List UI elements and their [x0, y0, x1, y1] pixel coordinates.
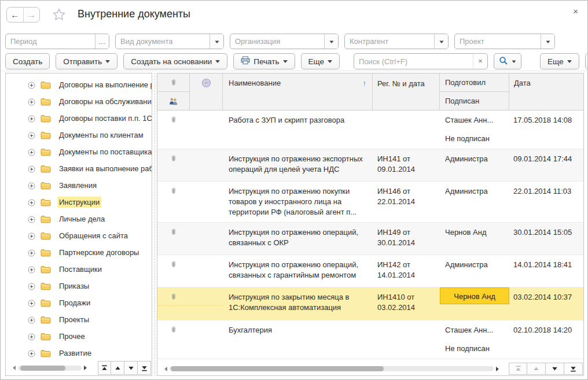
forward-icon[interactable]: →: [23, 8, 40, 22]
scroll-left-icon[interactable]: [162, 367, 167, 371]
table-row[interactable]: Бухгалтерия Сташек Анн... Не подписан 02…: [157, 320, 583, 359]
scroll-to-top-button[interactable]: [98, 361, 111, 375]
dropdown-button[interactable]: [210, 34, 223, 49]
tree-item[interactable]: Договоры поставки п.п. 1С: [6, 110, 152, 127]
row-reg-cell: ИН149 от 30.01.2014: [373, 223, 440, 254]
tree-item[interactable]: Продажи: [6, 294, 152, 311]
expand-plus-icon[interactable]: [28, 299, 35, 307]
row-name-cell: Работа с ЗУП и скрипт разговора: [223, 110, 373, 149]
grid-scroll-track[interactable]: [170, 366, 494, 371]
expand-plus-icon[interactable]: [28, 148, 35, 156]
header-reg-column[interactable]: Рег. № и дата: [373, 73, 440, 110]
clear-search-icon[interactable]: ×: [473, 54, 487, 68]
help-button[interactable]: ?: [585, 53, 588, 69]
folder-icon: [41, 115, 51, 123]
close-icon[interactable]: ×: [573, 6, 578, 17]
tree-item[interactable]: Приказы: [6, 278, 152, 294]
scroll-down-button[interactable]: [546, 363, 564, 375]
grid-h-scrollbar[interactable]: [162, 362, 501, 375]
header-reg-label: Рег. № и дата: [377, 79, 425, 88]
paperclip-icon: [170, 154, 178, 163]
expand-plus-icon[interactable]: [28, 265, 35, 273]
expand-plus-icon[interactable]: [28, 333, 35, 340]
tree-item[interactable]: Партнерские договоры: [6, 244, 152, 261]
tree-item[interactable]: Обращения с сайта: [6, 227, 152, 244]
tree-scroll-thumb[interactable]: [20, 366, 65, 371]
tree-scroll-track[interactable]: [18, 366, 82, 371]
expand-plus-icon[interactable]: [28, 249, 35, 256]
header-prepared-signed-column[interactable]: Подготовил Подписан: [440, 73, 509, 110]
scroll-to-bottom-button[interactable]: [564, 363, 583, 375]
table-row[interactable]: Инструкция по отражению экспортных опера…: [157, 149, 583, 182]
tree-item[interactable]: Прочее: [6, 328, 152, 345]
tree-item[interactable]: Документы по поставщикам: [6, 143, 152, 160]
create-button[interactable]: Создать: [5, 53, 50, 69]
expand-plus-icon[interactable]: [28, 182, 35, 189]
expand-plus-icon[interactable]: [28, 282, 35, 290]
table-row[interactable]: Инструкция по закрытию месяца в 1С:Компл…: [157, 287, 583, 320]
send-button[interactable]: Отправить: [56, 53, 117, 69]
tree-item[interactable]: Заявления: [6, 177, 152, 194]
expand-plus-icon[interactable]: [28, 98, 35, 105]
scroll-down-button[interactable]: [124, 361, 138, 375]
tree-item[interactable]: Инструкции: [6, 194, 152, 211]
scroll-right-icon[interactable]: [84, 366, 89, 370]
table-row[interactable]: Работа с ЗУП и скрипт разговора Сташек А…: [157, 110, 583, 149]
filter-input[interactable]: [116, 34, 210, 49]
folder-icon: [41, 316, 51, 324]
more-button-1[interactable]: Еще: [301, 53, 340, 69]
header-name-column[interactable]: Наименование ↑: [223, 73, 373, 110]
scroll-left-icon[interactable]: [10, 366, 16, 370]
expand-plus-icon[interactable]: [28, 232, 35, 239]
scroll-up-button[interactable]: [527, 363, 546, 375]
scroll-up-button[interactable]: [111, 361, 124, 375]
dropdown-button[interactable]: [434, 34, 448, 49]
table-row[interactable]: Инструкция по отражению операций, связан…: [157, 223, 583, 255]
row-attachment-cell: [157, 255, 190, 287]
expand-plus-icon[interactable]: [28, 115, 35, 122]
row-prepared-cell: Сташек Анн... Не подписан: [440, 320, 509, 359]
dropdown-button[interactable]: [324, 34, 338, 49]
filter-input[interactable]: [6, 34, 95, 49]
expand-plus-icon[interactable]: [28, 198, 35, 206]
tree-item[interactable]: Личные дела: [6, 211, 152, 227]
header-date-column[interactable]: Дата: [509, 73, 583, 110]
print-button[interactable]: Печать: [233, 53, 295, 69]
filter-input[interactable]: [230, 34, 324, 49]
create-based-on-button[interactable]: Создать на основании: [123, 53, 227, 69]
search-button[interactable]: [494, 53, 521, 69]
grid-scroll-buttons: [509, 363, 583, 375]
favorite-star-icon[interactable]: [53, 8, 65, 21]
scroll-right-icon[interactable]: [496, 367, 501, 371]
tree-h-scrollbar[interactable]: [10, 360, 89, 375]
panel-splitter[interactable]: [155, 73, 155, 376]
search-input[interactable]: [354, 53, 488, 69]
tree-item[interactable]: Проекты: [6, 311, 152, 328]
tree-item[interactable]: Документы по клиентам: [6, 127, 152, 143]
tree-item[interactable]: Договоры на выполнение р: [6, 76, 152, 93]
table-row[interactable]: Инструкция по отражению покупки товаров …: [157, 182, 583, 223]
expand-plus-icon[interactable]: [28, 165, 35, 172]
back-icon[interactable]: ←: [7, 8, 23, 22]
tree-item[interactable]: Заявки на выполнение раб: [6, 160, 152, 177]
expand-plus-icon[interactable]: [28, 316, 35, 323]
scroll-to-top-button[interactable]: [509, 363, 527, 375]
printer-icon: [241, 56, 250, 67]
expand-plus-icon[interactable]: [28, 349, 35, 357]
tree-item[interactable]: Поставщики: [6, 261, 152, 278]
tree-item[interactable]: Развитие: [6, 345, 152, 360]
more-button-2[interactable]: Еще: [540, 53, 579, 69]
expand-plus-icon[interactable]: [28, 215, 35, 223]
expand-plus-icon[interactable]: [28, 131, 35, 139]
header-attachments-column[interactable]: [157, 73, 190, 110]
ellipsis-button[interactable]: ...: [95, 34, 109, 49]
filter-input[interactable]: [345, 34, 434, 49]
scroll-to-bottom-button[interactable]: [138, 361, 151, 375]
tree-item[interactable]: Договоры на обслуживание: [6, 93, 152, 110]
table-row[interactable]: Инструкция по отражению операций, связан…: [157, 255, 583, 287]
expand-plus-icon[interactable]: [28, 81, 35, 88]
filter-input[interactable]: [455, 34, 541, 49]
grid-scroll-thumb[interactable]: [171, 366, 384, 371]
header-stamp-column[interactable]: [190, 73, 223, 110]
dropdown-button[interactable]: [541, 34, 554, 49]
